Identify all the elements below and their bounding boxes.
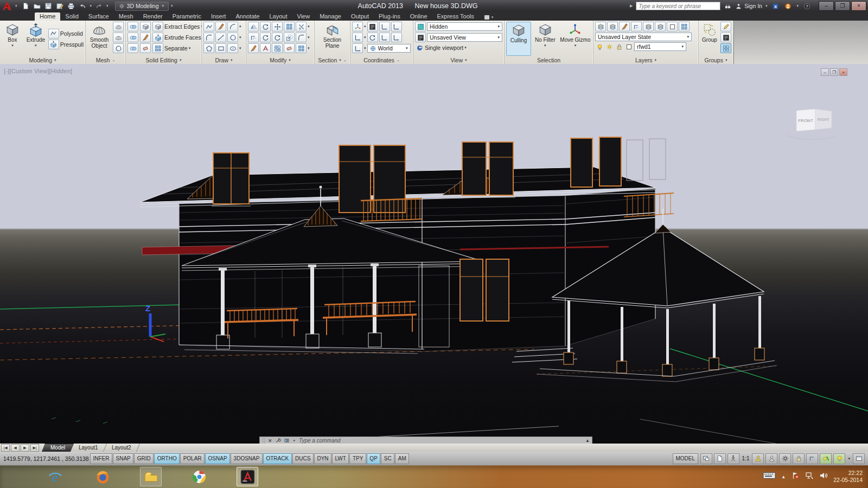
- ucs-z-icon[interactable]: [379, 33, 390, 42]
- interfere-icon[interactable]: [140, 33, 151, 42]
- hardware-accel-icon[interactable]: [806, 453, 818, 464]
- layer-lock-icon[interactable]: [667, 22, 678, 31]
- mesh-refine-icon[interactable]: [113, 22, 124, 31]
- tab-view[interactable]: View: [292, 12, 315, 21]
- layer-isolate-icon[interactable]: [631, 22, 642, 31]
- qat-customize-caret-icon[interactable]: ▾: [171, 4, 173, 8]
- arc-icon[interactable]: [227, 22, 238, 31]
- search-icon[interactable]: [723, 2, 733, 11]
- toggle-otrack[interactable]: OTRACK: [263, 453, 292, 464]
- toggle-qp[interactable]: QP: [367, 453, 380, 464]
- toggle-sc[interactable]: SC: [381, 453, 394, 464]
- tab-surface[interactable]: Surface: [84, 12, 114, 21]
- tab-layout[interactable]: Layout: [264, 12, 292, 21]
- rectangle-icon[interactable]: [215, 43, 226, 53]
- tray-clock[interactable]: 22:22 22-05-2014: [833, 470, 863, 484]
- group-selection-toggle-icon[interactable]: [720, 43, 731, 53]
- internet-explorer-icon[interactable]: [44, 467, 65, 486]
- drawing-viewport[interactable]: Z FRONT RIGHT [-][Custom View][Hidden] –…: [0, 64, 868, 444]
- help-icon[interactable]: [802, 2, 812, 11]
- array-icon[interactable]: [284, 22, 295, 31]
- command-recent-caret-icon[interactable]: ▾: [293, 439, 296, 443]
- tab-solid[interactable]: Solid: [60, 12, 83, 21]
- tab-parametric[interactable]: Parametric: [168, 12, 206, 21]
- union-icon[interactable]: [127, 22, 138, 31]
- mirror-icon[interactable]: [248, 22, 259, 31]
- slice-icon[interactable]: [140, 22, 151, 31]
- toolbar-lock-icon[interactable]: [793, 453, 805, 464]
- viewport-config-dropdown[interactable]: Single viewport▾: [415, 43, 502, 52]
- redo-button[interactable]: [94, 2, 104, 11]
- viewport-label[interactable]: [-][Custom View][Hidden]: [4, 68, 72, 74]
- toggle-ducs[interactable]: DUCS: [292, 453, 314, 464]
- annotation-autoscale-icon[interactable]: [765, 453, 777, 464]
- toggle-snap[interactable]: SNAP: [113, 453, 133, 464]
- network-icon[interactable]: [805, 471, 814, 482]
- toggle-dyn[interactable]: DYN: [314, 453, 331, 464]
- 3dalign-icon[interactable]: [260, 43, 271, 53]
- tab-home[interactable]: Home: [35, 12, 60, 21]
- presspull-button[interactable]: Presspull: [48, 40, 84, 49]
- tab-online[interactable]: Online: [405, 12, 432, 21]
- ungroup-icon[interactable]: [720, 22, 731, 31]
- ucs-origin-icon[interactable]: [391, 22, 402, 31]
- line-icon[interactable]: [215, 33, 226, 42]
- ucs-named-icon[interactable]: [367, 22, 378, 31]
- open-button[interactable]: [32, 2, 42, 11]
- save-button[interactable]: [43, 2, 54, 11]
- smooth-object-button[interactable]: Smooth Object: [87, 22, 111, 56]
- stretch-icon[interactable]: [284, 43, 295, 53]
- extrude-button[interactable]: Extrude▾: [25, 22, 47, 56]
- visual-style-dropdown[interactable]: Hidden▾: [427, 22, 502, 31]
- mesh-smooth-less-icon[interactable]: [113, 33, 124, 42]
- layer-unlock-padlock-icon[interactable]: [615, 42, 623, 51]
- ucs-icon-tool[interactable]: [352, 22, 363, 31]
- named-view-dropdown[interactable]: Unsaved View▾: [427, 33, 502, 42]
- prev-tab-nav-button[interactable]: ◀: [11, 444, 20, 452]
- search-input[interactable]: [636, 2, 720, 10]
- object-visibility-bulb-icon[interactable]: [833, 453, 845, 464]
- toggle-ortho[interactable]: ORTHO: [154, 453, 180, 464]
- tab-annotate[interactable]: Annotate: [231, 12, 264, 21]
- vp-restore-button[interactable]: ❐: [830, 68, 838, 76]
- rotate-icon[interactable]: [260, 22, 271, 31]
- mesh-crease-icon[interactable]: [113, 43, 124, 53]
- redo-caret-icon[interactable]: ▾: [106, 4, 108, 8]
- panel-caption-layers[interactable]: Layers▾: [593, 56, 698, 64]
- app-menu-caret-icon[interactable]: ▾: [15, 4, 17, 8]
- command-grip-handle[interactable]: [262, 438, 265, 444]
- toggle-grid[interactable]: GRID: [134, 453, 154, 464]
- polyline-icon[interactable]: [203, 22, 214, 31]
- annotation-scale-icon[interactable]: [727, 453, 739, 464]
- model-canvas[interactable]: Z FRONT RIGHT: [0, 64, 868, 444]
- workspace-dropdown[interactable]: 3D Modeling ▾: [115, 2, 169, 11]
- layer-match-icon[interactable]: [607, 22, 618, 31]
- sign-in-button[interactable]: Sign In ▾: [735, 3, 768, 10]
- panel-caption-groups[interactable]: Groups▾: [699, 56, 733, 64]
- spline-icon[interactable]: [203, 33, 214, 42]
- ucs-view-icon[interactable]: [352, 43, 363, 53]
- trim-icon[interactable]: [296, 22, 307, 31]
- panel-caption-solid-editing[interactable]: Solid Editing▾: [126, 56, 201, 64]
- communication-center-icon[interactable]: [783, 2, 793, 11]
- ucs-restore-icon[interactable]: [367, 33, 378, 42]
- vp-minimize-button[interactable]: –: [821, 68, 829, 76]
- separate-button[interactable]: Separate▾: [152, 43, 204, 53]
- panel-caption-mesh[interactable]: Mesh⌄: [86, 56, 125, 64]
- layer-off-icon[interactable]: [655, 22, 666, 31]
- panel-caption-view[interactable]: View▾: [413, 56, 504, 64]
- undo-button[interactable]: [78, 2, 88, 11]
- no-filter-button[interactable]: No Filter▾: [533, 22, 558, 56]
- layout2-tab[interactable]: Layout2: [104, 444, 140, 452]
- model-tab[interactable]: Model: [42, 444, 74, 452]
- chrome-icon[interactable]: [189, 467, 209, 486]
- first-tab-nav-button[interactable]: |◀: [1, 444, 10, 452]
- panel-caption-selection[interactable]: Selection: [505, 56, 593, 64]
- last-tab-nav-button[interactable]: ▶|: [30, 444, 39, 452]
- layer-properties-icon[interactable]: [595, 22, 606, 31]
- tab-insert[interactable]: Insert: [206, 12, 231, 21]
- annotation-scale-value[interactable]: 1:1: [742, 455, 750, 461]
- command-expand-icon[interactable]: ▲: [585, 438, 590, 443]
- layer-freeze-icon[interactable]: [643, 22, 654, 31]
- thicken-icon[interactable]: [140, 43, 151, 53]
